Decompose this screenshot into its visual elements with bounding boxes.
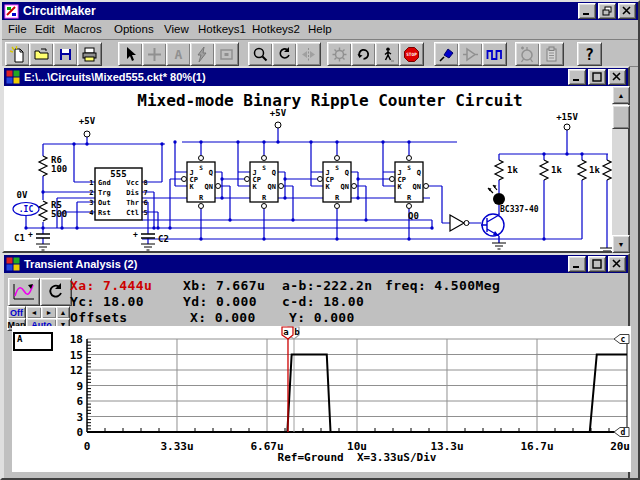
schematic-canvas[interactable]: S J CP K Q QN R + (4, 86, 612, 251)
stop-simulation-button[interactable]: STOP (399, 42, 424, 66)
scroll-up-button[interactable]: ▲ (612, 86, 630, 104)
schematic-title-bar[interactable]: E:\...\Circuits\Mixed555.ckt* 80%(1) (4, 68, 628, 86)
measure-cd: c-d: 18.00 (282, 294, 364, 309)
menu-hotkeys2[interactable]: Hotkeys2 (252, 23, 300, 35)
frame-tool-button[interactable] (214, 42, 239, 66)
main-toolbar: A STOP ? (2, 41, 638, 67)
open-file-icon (33, 46, 50, 63)
timer-555[interactable]: 555 1 Gnd 2 Trg 3 Out 4 Rst Vcc 8 Dis 7 … (89, 168, 147, 220)
inverter-gate[interactable] (450, 215, 469, 231)
svg-text:15: 15 (70, 349, 83, 362)
trace-a-selector[interactable]: A (13, 332, 53, 351)
help-icon: ? (581, 46, 598, 63)
schematic-heading: Mixed-mode Binary Ripple Counter Circuit (137, 91, 522, 110)
save-button[interactable] (53, 42, 78, 66)
analysis-close-button[interactable] (608, 256, 626, 272)
resistor-r5[interactable]: R5 500 (39, 200, 67, 221)
print-icon (81, 46, 98, 63)
capacitor-c2[interactable]: C2 (133, 230, 169, 250)
magnifier-icon (252, 46, 269, 63)
text-tool-button[interactable]: A (166, 42, 191, 66)
document-icon (6, 70, 20, 84)
menu-options[interactable]: Options (114, 23, 154, 35)
resistor-1k-1[interactable]: 1k (495, 160, 518, 180)
net-label-q0[interactable]: Q0 (408, 211, 419, 221)
restore-button[interactable] (598, 3, 616, 19)
measure-offsets-label: Offsets (70, 310, 128, 325)
circuit-diagram: S J CP K Q QN R + (4, 86, 612, 251)
analysis-minimize-button[interactable] (568, 256, 586, 272)
main-title-bar[interactable]: CircuitMaker (2, 2, 638, 20)
analysis-maximize-button[interactable] (588, 256, 606, 272)
digital-waveforms-button[interactable] (482, 42, 507, 66)
schematic-title: E:\...\Circuits\Mixed555.ckt* 80%(1) (24, 71, 206, 83)
print-button[interactable] (77, 42, 102, 66)
transistor-bc337[interactable]: BC337-40 (481, 205, 539, 243)
single-step-button[interactable] (375, 42, 400, 66)
rotate-tool-button[interactable] (272, 42, 297, 66)
ic-directive[interactable]: 0V .IC (13, 190, 39, 216)
jk-flipflop-1[interactable] (182, 156, 221, 209)
resistor-1k-2[interactable]: 1k (540, 160, 562, 180)
lightning-icon (194, 46, 211, 63)
macro-tool-button[interactable] (539, 42, 564, 66)
schematic-maximize-button[interactable] (588, 69, 606, 85)
resistor-r6[interactable]: R6 100 (39, 155, 67, 176)
capacitor-c1[interactable]: C1 (14, 230, 50, 250)
svg-text:C1: C1 (14, 233, 25, 243)
delete-tool-button[interactable] (190, 42, 215, 66)
maximize-icon (592, 72, 602, 82)
schematic-minimize-button[interactable] (568, 69, 586, 85)
zoom-tool-button[interactable] (248, 42, 273, 66)
menu-macros[interactable]: Macros (64, 23, 102, 35)
wire-tool-button[interactable] (142, 42, 167, 66)
restore-icon (602, 6, 612, 16)
stop-sign-icon: STOP (403, 46, 420, 63)
menu-help[interactable]: Help (308, 23, 332, 35)
help-button[interactable]: ? (577, 42, 602, 66)
svg-text:1k: 1k (551, 165, 562, 175)
analysis-reset-button[interactable] (40, 278, 72, 306)
app-title: CircuitMaker (23, 4, 96, 18)
menu-edit[interactable]: Edit (35, 23, 55, 35)
analysis-title-bar[interactable]: Transient Analysis (2) (4, 255, 628, 273)
selection-tool-button[interactable] (118, 42, 143, 66)
analysis-title: Transient Analysis (2) (24, 258, 137, 270)
minimize-button[interactable] (578, 3, 596, 19)
waveform-icon (12, 282, 36, 302)
svg-text:12: 12 (70, 364, 83, 377)
app-icon[interactable] (4, 4, 19, 19)
close-button[interactable] (618, 3, 636, 19)
measure-ab: a-b:-222.2n (282, 278, 373, 293)
led[interactable] (488, 185, 505, 205)
scroll-thumb[interactable] (612, 105, 630, 129)
jk-flipflop-4[interactable] (390, 156, 429, 209)
new-file-button[interactable] (5, 42, 30, 66)
reset-arrow-icon (355, 46, 372, 63)
jk-flipflop-3[interactable] (318, 156, 357, 209)
digital-options-button[interactable] (327, 42, 352, 66)
probe-tool-button[interactable] (434, 42, 459, 66)
open-file-button[interactable] (29, 42, 54, 66)
jk-flipflop-2[interactable] (245, 156, 284, 209)
schematic-vscrollbar[interactable]: ▲ ▼ (612, 86, 628, 251)
waveform-settings-button[interactable] (8, 278, 40, 306)
reset-simulation-button[interactable] (351, 42, 376, 66)
frame-icon (218, 46, 235, 63)
svg-text:555: 555 (110, 169, 126, 179)
svg-text:1k: 1k (589, 165, 600, 175)
resistor-1k-3[interactable]: 1k (578, 160, 600, 180)
trace-tool-button[interactable] (458, 42, 483, 66)
menu-view[interactable]: View (164, 23, 189, 35)
resistor-1k-4[interactable] (603, 160, 611, 180)
transient-plot[interactable]: 036912151803.33u6.67u10u13.3u16.7u20ubac… (57, 326, 640, 468)
scroll-down-button[interactable]: ▼ (612, 235, 630, 253)
device-parameters-button[interactable] (515, 42, 540, 66)
menu-file[interactable]: File (8, 23, 27, 35)
menu-hotkeys1[interactable]: Hotkeys1 (198, 23, 246, 35)
supply-5v-2[interactable]: +5V (270, 108, 287, 128)
supply-15v[interactable]: +15V (556, 112, 578, 130)
schematic-close-button[interactable] (608, 69, 626, 85)
supply-5v-1[interactable]: +5V (79, 116, 96, 137)
mirror-tool-button[interactable] (296, 42, 321, 66)
